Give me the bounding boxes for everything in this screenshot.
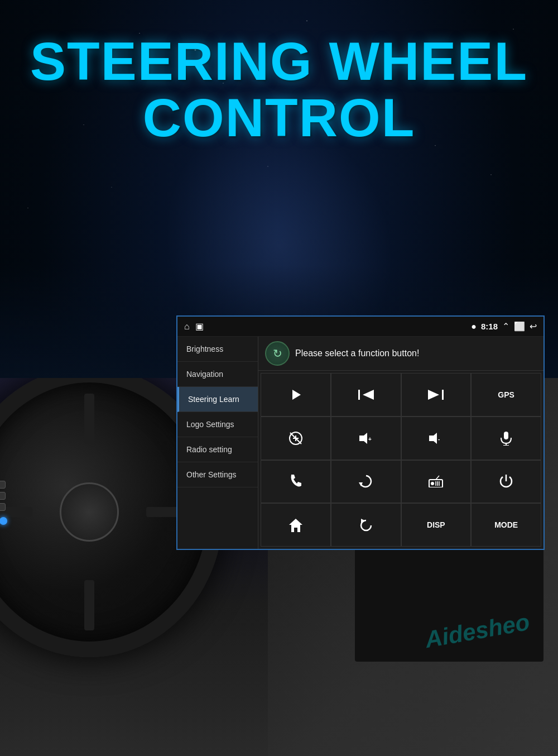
svg-marker-24 — [289, 519, 302, 532]
screen-icon[interactable]: ⬜ — [514, 321, 525, 332]
gps-button[interactable]: GPS — [471, 373, 541, 417]
svg-marker-4 — [428, 390, 439, 400]
menu-item-steering-learn[interactable]: Steering Learn — [177, 387, 258, 412]
svg-text:+: + — [368, 436, 372, 442]
svg-marker-0 — [292, 390, 301, 400]
title-container: STEERING WHEEL CONTROL — [0, 22, 558, 157]
dot-icon: ● — [471, 322, 477, 332]
left-menu: Brightness Navigation Steering Learn Log… — [177, 337, 258, 549]
play-button[interactable] — [261, 373, 331, 417]
next-button[interactable] — [401, 373, 472, 417]
svg-point-18 — [431, 482, 434, 485]
radio-button[interactable] — [401, 460, 472, 504]
title-line1: STEERING WHEEL — [30, 31, 528, 91]
wheel-btn-1 — [0, 481, 6, 489]
wheel-controls — [0, 481, 6, 511]
status-nav-icons: ⌃ ⬜ ↩ — [502, 321, 537, 332]
phone-button[interactable] — [261, 460, 331, 504]
up-arrow-icon[interactable]: ⌃ — [502, 321, 509, 332]
vol-up-button[interactable]: + — [331, 417, 401, 460]
svg-marker-2 — [363, 390, 374, 400]
home-button[interactable] — [261, 503, 331, 547]
menu-item-other-settings[interactable]: Other Settings — [177, 462, 258, 487]
back-icon[interactable]: ↩ — [530, 321, 537, 332]
svg-marker-11 — [429, 433, 437, 444]
mode-button[interactable]: MODE — [471, 503, 541, 547]
home-status-icon: ⌂ — [184, 322, 190, 332]
svg-marker-25 — [361, 519, 365, 523]
svg-line-22 — [436, 476, 439, 480]
svg-rect-1 — [358, 390, 360, 400]
menu-item-navigation[interactable]: Navigation — [177, 362, 258, 387]
panel-header: ↻ Please select a function button! — [258, 337, 543, 371]
power-button[interactable] — [471, 460, 541, 504]
undo-button[interactable] — [331, 503, 401, 547]
rotate-button[interactable] — [331, 460, 401, 504]
disp-button[interactable]: DISP — [401, 503, 472, 547]
sync-icon[interactable]: ↻ — [265, 341, 290, 366]
status-left: ⌂ ▣ — [184, 321, 204, 332]
spoke-bottom — [84, 580, 94, 630]
status-bar: ⌂ ▣ ● 8:18 ⌃ ⬜ ↩ — [177, 317, 543, 337]
menu-item-radio-setting[interactable]: Radio setting — [177, 437, 258, 462]
status-time: 8:18 — [481, 322, 498, 331]
page-title: STEERING WHEEL CONTROL — [22, 34, 536, 146]
mic-button[interactable] — [471, 417, 541, 460]
svg-rect-3 — [442, 390, 444, 400]
menu-item-logo-settings[interactable]: Logo Settings — [177, 412, 258, 437]
spoke-top — [84, 394, 94, 444]
sim-status-icon: ▣ — [195, 321, 204, 332]
menu-item-brightness[interactable]: Brightness — [177, 337, 258, 362]
svg-rect-13 — [504, 432, 508, 439]
status-right: ● 8:18 ⌃ ⬜ ↩ — [471, 321, 537, 332]
button-grid: GPS + — [258, 371, 543, 549]
android-unit: ⌂ ▣ ● 8:18 ⌃ ⬜ ↩ Brightness Navigation S… — [176, 315, 545, 550]
wheel-btn-2 — [0, 492, 6, 500]
svg-text:-: - — [438, 436, 440, 442]
svg-marker-9 — [359, 433, 367, 444]
main-content: Brightness Navigation Steering Learn Log… — [177, 337, 543, 549]
sync-arrow-icon: ↻ — [273, 347, 282, 360]
prev-button[interactable] — [331, 373, 401, 417]
panel-message: Please select a function button! — [295, 348, 419, 358]
right-panel: ↻ Please select a function button! GPS — [258, 337, 543, 549]
vol-down-button[interactable]: - — [401, 417, 472, 460]
title-line2: CONTROL — [143, 88, 416, 147]
blue-dot — [0, 517, 7, 525]
mute-button[interactable] — [261, 417, 331, 460]
wheel-btn-3 — [0, 503, 6, 511]
